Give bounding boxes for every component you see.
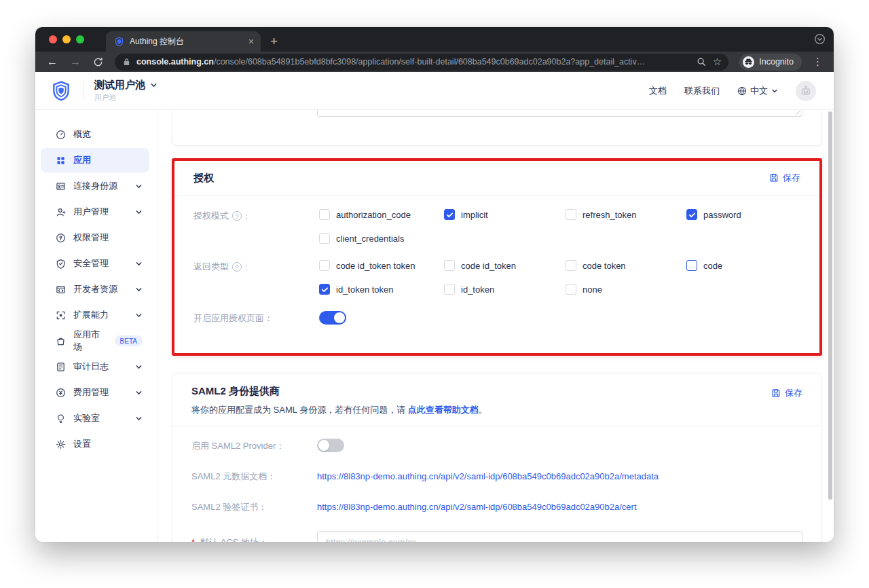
audit-log-icon <box>56 362 66 372</box>
checkbox-option-id_token[interactable]: id_token <box>444 284 566 295</box>
checkbox[interactable] <box>686 209 697 220</box>
robot-avatar-icon <box>800 85 812 97</box>
checkbox-option-authorization_code[interactable]: authorization_code <box>319 209 444 220</box>
checkbox-option-code_id_token_token[interactable]: code id_token token <box>319 260 444 271</box>
sidebar-item-marketplace[interactable]: 应用市场BETA <box>41 329 149 353</box>
checkbox-option-id_token_token[interactable]: id_token token <box>319 284 444 295</box>
language-switcher[interactable]: 中文 <box>737 85 778 97</box>
sidebar-item-audit-log[interactable]: 审计日志 <box>41 354 149 379</box>
checkbox-option-implicit[interactable]: implicit <box>444 209 566 220</box>
overview-icon <box>56 130 66 140</box>
checkbox-option-refresh_token[interactable]: refresh_token <box>566 209 686 220</box>
contact-link[interactable]: 联系我们 <box>684 85 720 97</box>
saml2-acs-label: *默认 ACS 地址： <box>191 536 317 543</box>
sidebar-item-identity-source[interactable]: 连接身份源 <box>41 174 149 198</box>
checkbox-label: none <box>583 284 602 295</box>
help-icon[interactable]: ? <box>232 211 242 221</box>
sidebar-item-apps[interactable]: 应用 <box>41 148 149 172</box>
extension-icon <box>56 310 66 320</box>
tab-search-icon[interactable] <box>814 33 826 48</box>
checkbox[interactable] <box>319 284 330 295</box>
checkbox[interactable] <box>566 260 576 271</box>
sidebar-item-permission[interactable]: 权限管理 <box>41 225 149 250</box>
checkbox-label: code id_token <box>461 261 516 271</box>
consent-page-toggle[interactable] <box>319 311 346 325</box>
checkbox-label: code token <box>583 261 626 271</box>
checkbox[interactable] <box>444 209 455 220</box>
scrollbar-thumb[interactable] <box>828 111 832 500</box>
forward-icon[interactable]: → <box>65 56 86 67</box>
authing-logo[interactable] <box>50 80 72 102</box>
checkbox[interactable] <box>319 233 330 244</box>
checkbox-option-code_token[interactable]: code token <box>566 260 686 271</box>
checkbox-label: refresh_token <box>583 210 637 220</box>
browser-menu-icon[interactable]: ⋮ <box>809 56 827 68</box>
chevron-down-icon <box>135 415 143 422</box>
resize-handle[interactable] <box>794 110 800 115</box>
minimize-window-button[interactable] <box>62 35 71 43</box>
checkbox[interactable] <box>444 260 455 271</box>
sidebar-item-user-management[interactable]: 用户管理 <box>41 200 149 224</box>
desktop-background: Authing 控制台 × + ← → console.authing.cn/c… <box>0 0 869 588</box>
response-type-options: code id_token tokencode id_tokencode tok… <box>319 260 722 295</box>
sidebar-item-lab[interactable]: 实验室 <box>41 406 149 430</box>
close-window-button[interactable] <box>49 35 57 43</box>
sidebar-item-label: 概览 <box>73 128 91 141</box>
sidebar-item-developer[interactable]: 开发者资源 <box>41 277 149 301</box>
docs-link[interactable]: 文档 <box>649 85 667 97</box>
saml2-cert-label: SAML2 验签证书： <box>191 500 317 513</box>
browser-tab-authing[interactable]: Authing 控制台 × <box>106 31 261 52</box>
checkbox[interactable] <box>566 209 576 220</box>
checkbox[interactable] <box>319 260 330 271</box>
checkbox-option-client_credentials[interactable]: client_credentials <box>319 233 444 244</box>
reload-icon[interactable] <box>88 57 108 67</box>
checkbox-option-code_id_token[interactable]: code id_token <box>444 260 566 271</box>
chevron-down-icon <box>150 81 158 89</box>
saml2-metadata-link[interactable]: https://8l83np-demo.authing.cn/api/v2/sa… <box>317 471 659 481</box>
help-icon[interactable]: ? <box>232 262 242 272</box>
response-type-label: 返回类型 ? : <box>193 260 319 273</box>
sidebar-item-label: 设置 <box>73 438 91 450</box>
checkbox[interactable] <box>444 284 455 295</box>
back-icon[interactable]: ← <box>42 56 62 67</box>
sidebar-item-settings[interactable]: 设置 <box>41 432 149 456</box>
grant-type-options: authorization_codeimplicitrefresh_tokenp… <box>319 209 741 244</box>
checkbox[interactable] <box>686 260 697 271</box>
saml2-save-button[interactable]: 保存 <box>771 385 802 399</box>
saml2-help-link[interactable]: 点此查看帮助文档 <box>408 405 479 415</box>
browser-window: Authing 控制台 × + ← → console.authing.cn/c… <box>35 27 834 542</box>
checkbox-label: authorization_code <box>336 210 411 220</box>
sidebar-item-extension[interactable]: 扩展能力 <box>41 303 149 327</box>
url-bar[interactable]: console.authing.cn/console/608ba54891b5e… <box>115 54 728 71</box>
incognito-spy-icon <box>743 56 754 68</box>
saml2-section: SAML2 身份提供商 将你的应用配置成为 SAML 身份源，若有任何问题，请 … <box>172 373 822 542</box>
zoom-icon[interactable] <box>697 57 706 67</box>
user-avatar[interactable] <box>796 81 816 101</box>
sidebar-item-security[interactable]: 安全管理 <box>41 251 149 276</box>
checkbox[interactable] <box>319 209 330 220</box>
saml2-enable-toggle[interactable] <box>317 439 344 452</box>
sidebar-item-overview[interactable]: 概览 <box>41 122 149 147</box>
sidebar-item-label: 连接身份源 <box>73 180 117 192</box>
description-textarea[interactable] <box>317 110 802 117</box>
beta-badge: BETA <box>115 335 143 346</box>
grant-type-label: 授权模式 ? : <box>193 209 319 222</box>
checkbox[interactable] <box>566 284 576 295</box>
checkbox-label: id_token token <box>336 284 394 295</box>
checkbox-option-none[interactable]: none <box>566 284 686 295</box>
new-tab-button[interactable]: + <box>261 31 287 52</box>
lock-icon <box>123 58 130 66</box>
userpool-name: 测试用户池 <box>94 79 145 92</box>
userpool-switcher[interactable]: 测试用户池 用户池 <box>94 79 158 103</box>
bookmark-star-icon[interactable]: ☆ <box>713 56 722 68</box>
saml2-cert-link[interactable]: https://8l83np-demo.authing.cn/api/v2/sa… <box>317 502 637 512</box>
close-tab-icon[interactable]: × <box>248 37 254 46</box>
checkbox-option-code[interactable]: code <box>686 260 722 271</box>
authorization-save-button[interactable]: 保存 <box>769 172 800 184</box>
url-domain: console.authing.cn <box>136 57 214 67</box>
saml2-acs-input[interactable] <box>317 531 802 542</box>
checkbox-option-password[interactable]: password <box>686 209 741 220</box>
settings-icon <box>56 439 66 449</box>
sidebar-item-billing[interactable]: 费用管理 <box>41 380 149 405</box>
fullscreen-window-button[interactable] <box>76 35 84 43</box>
